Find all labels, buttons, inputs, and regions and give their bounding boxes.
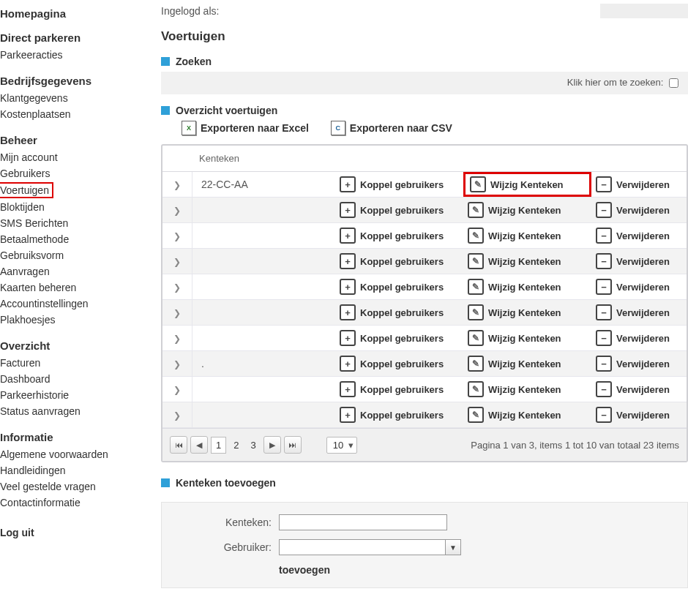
- nav-item-accountinstellingen[interactable]: Accountinstellingen: [0, 296, 146, 312]
- verwijderen-button[interactable]: Verwijderen: [591, 174, 687, 195]
- verwijderen-button[interactable]: Verwijderen: [591, 200, 687, 220]
- expand-button[interactable]: [162, 198, 192, 222]
- export-csv-button[interactable]: C Exporteren naar CSV: [331, 121, 452, 135]
- export-excel-button[interactable]: X Exporteren naar Excel: [182, 121, 309, 135]
- chevron-right-icon: [173, 230, 181, 241]
- wijzig-kenteken-button[interactable]: Wijzig Kenteken: [463, 302, 591, 323]
- koppel-gebruikers-button[interactable]: Koppel gebruikers: [335, 225, 463, 246]
- koppel-gebruikers-button[interactable]: Koppel gebruikers: [335, 277, 463, 297]
- nav-item-voertuigen[interactable]: Voertuigen: [0, 182, 53, 198]
- cell-kenteken: 22-CC-AA: [192, 179, 335, 190]
- gebruiker-dropdown-button[interactable]: ▼: [446, 539, 461, 555]
- search-bar[interactable]: Klik hier om te zoeken:: [161, 72, 688, 94]
- nav-item-facturen[interactable]: Facturen: [0, 355, 146, 371]
- collapse-icon: [161, 106, 170, 115]
- nav-item-parkeerhistorie[interactable]: Parkeerhistorie: [0, 387, 146, 403]
- nav-item-kostenplaatsen[interactable]: Kostenplaatsen: [0, 106, 146, 122]
- koppel-gebruikers-button[interactable]: Koppel gebruikers: [335, 353, 463, 374]
- pager-page-2[interactable]: 2: [229, 437, 243, 453]
- expand-button[interactable]: [162, 274, 192, 299]
- verwijderen-button[interactable]: Verwijderen: [591, 405, 687, 425]
- search-section-header[interactable]: Zoeken: [161, 56, 688, 67]
- expand-button[interactable]: [162, 326, 192, 350]
- wijzig-kenteken-button[interactable]: Wijzig Kenteken: [463, 251, 591, 271]
- toevoegen-button[interactable]: toevoegen: [176, 564, 330, 576]
- wijzig-kenteken-button[interactable]: Wijzig Kenteken: [463, 405, 591, 425]
- nav-item-mijn-account[interactable]: Mijn account: [0, 149, 146, 165]
- nav-item-handleidingen[interactable]: Handleidingen: [0, 462, 146, 478]
- nav-item-sms-berichten[interactable]: SMS Berichten: [0, 215, 146, 231]
- pager-page-1[interactable]: 1: [211, 437, 226, 454]
- expand-button[interactable]: [162, 351, 192, 376]
- expand-button[interactable]: [162, 300, 192, 325]
- koppel-gebruikers-button[interactable]: Koppel gebruikers: [335, 302, 463, 323]
- koppel-gebruikers-button[interactable]: Koppel gebruikers: [335, 251, 463, 271]
- nav-item-parkeeracties[interactable]: Parkeeracties: [0, 47, 146, 63]
- col-header-kenteken[interactable]: Kenteken: [192, 146, 335, 171]
- gebruiker-input[interactable]: [279, 539, 446, 555]
- verwijderen-button[interactable]: Verwijderen: [591, 302, 687, 323]
- nav-item-contactinformatie[interactable]: Contactinformatie: [0, 495, 146, 511]
- nav-group-overzicht[interactable]: Overzicht: [0, 339, 146, 352]
- gebruiker-label: Gebruiker:: [176, 541, 279, 553]
- verwijderen-button[interactable]: Verwijderen: [591, 251, 687, 271]
- expand-button[interactable]: [162, 377, 192, 402]
- pager-size-select[interactable]: 10: [326, 437, 357, 454]
- nav-item-kaarten-beheren[interactable]: Kaarten beheren: [0, 279, 146, 296]
- nav-item-status-aanvragen[interactable]: Status aanvragen: [0, 403, 146, 419]
- nav-item-betaalmethode[interactable]: Betaalmethode: [0, 231, 146, 247]
- overview-section-label: Overzicht voertuigen: [176, 105, 277, 116]
- nav-item-gebruiksvorm[interactable]: Gebruiksvorm: [0, 247, 146, 263]
- pager-prev-button[interactable]: ◀: [190, 436, 208, 454]
- logout-link[interactable]: Log uit: [0, 527, 146, 538]
- nav-item-bloktijden[interactable]: Bloktijden: [0, 199, 146, 215]
- pager-page-3[interactable]: 3: [246, 437, 260, 453]
- chevron-right-icon: [173, 409, 181, 421]
- kenteken-input[interactable]: [279, 514, 447, 530]
- grid-row: 22-CC-AAKoppel gebruikersWijzig Kenteken…: [162, 172, 687, 198]
- wijzig-kenteken-button[interactable]: Wijzig Kenteken: [463, 200, 591, 220]
- nav-group-direct-parkeren[interactable]: Direct parkeren: [0, 31, 146, 44]
- wijzig-kenteken-button[interactable]: Wijzig Kenteken: [463, 328, 591, 348]
- verwijderen-button[interactable]: Verwijderen: [591, 328, 687, 348]
- nav-item-dashboard[interactable]: Dashboard: [0, 371, 146, 387]
- nav-group-beheer[interactable]: Beheer: [0, 134, 146, 146]
- nav-item-klantgegevens[interactable]: Klantgegevens: [0, 90, 146, 106]
- pager-next-button[interactable]: ▶: [263, 436, 281, 454]
- expand-button[interactable]: [162, 249, 192, 274]
- pager-last-button[interactable]: ⏭: [284, 436, 302, 454]
- nav-group-bedrijfsgegevens[interactable]: Bedrijfsgegevens: [0, 75, 146, 87]
- koppel-gebruikers-button[interactable]: Koppel gebruikers: [335, 174, 463, 195]
- wijzig-kenteken-button[interactable]: Wijzig Kenteken: [463, 353, 591, 374]
- expand-button[interactable]: [162, 172, 192, 197]
- verwijderen-button[interactable]: Verwijderen: [591, 225, 687, 246]
- search-checkbox[interactable]: [669, 78, 678, 88]
- koppel-gebruikers-button[interactable]: Koppel gebruikers: [335, 379, 463, 399]
- nav-item-plakhoesjes[interactable]: Plakhoesjes: [0, 312, 146, 328]
- koppel-gebruikers-button[interactable]: Koppel gebruikers: [335, 405, 463, 425]
- wijzig-kenteken-button[interactable]: Wijzig Kenteken: [463, 225, 591, 246]
- nav-group-homepagina[interactable]: Homepagina: [0, 7, 146, 20]
- overview-section-header[interactable]: Overzicht voertuigen: [161, 105, 688, 116]
- koppel-gebruikers-button[interactable]: Koppel gebruikers: [335, 200, 463, 220]
- wijzig-kenteken-button[interactable]: Wijzig Kenteken: [463, 172, 591, 197]
- plus-icon: [340, 356, 356, 372]
- topbar-placeholder: [600, 4, 688, 18]
- verwijderen-button[interactable]: Verwijderen: [591, 353, 687, 374]
- expand-button[interactable]: [162, 402, 192, 427]
- nav-item-gebruikers[interactable]: Gebruikers: [0, 165, 146, 181]
- wijzig-kenteken-button[interactable]: Wijzig Kenteken: [463, 277, 591, 297]
- nav-item-algemene-voorwaarden[interactable]: Algemene voorwaarden: [0, 446, 146, 462]
- nav-item-aanvragen[interactable]: Aanvragen: [0, 263, 146, 279]
- nav-item-veel-gestelde-vragen[interactable]: Veel gestelde vragen: [0, 478, 146, 495]
- nav-group-informatie[interactable]: Informatie: [0, 431, 146, 443]
- pager-first-button[interactable]: ⏮: [170, 436, 187, 454]
- add-section-header[interactable]: Kenteken toevoegen: [161, 477, 688, 489]
- wijzig-kenteken-button[interactable]: Wijzig Kenteken: [463, 379, 591, 399]
- verwijderen-button[interactable]: Verwijderen: [591, 379, 687, 399]
- verwijderen-button[interactable]: Verwijderen: [591, 277, 687, 297]
- excel-icon: X: [182, 121, 196, 135]
- koppel-gebruikers-button[interactable]: Koppel gebruikers: [335, 328, 463, 348]
- expand-button[interactable]: [162, 223, 192, 248]
- pencil-icon: [468, 381, 484, 397]
